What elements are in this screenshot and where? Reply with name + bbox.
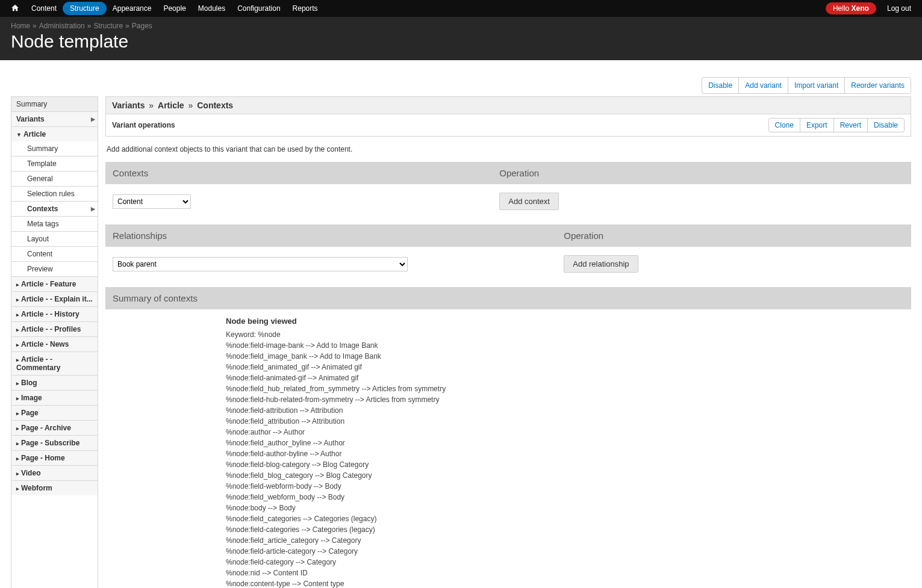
- breadcrumb-item[interactable]: Home: [11, 22, 30, 30]
- sidebar-item-webform[interactable]: ▸Webform: [11, 481, 98, 495]
- main-crumb-item: Article: [158, 101, 184, 110]
- sidebar-item-contexts[interactable]: Contexts▶: [11, 202, 98, 216]
- sidebar-item-preview[interactable]: Preview: [11, 262, 98, 276]
- caret-right-icon: ▸: [16, 312, 19, 318]
- breadcrumb-item[interactable]: Pages: [132, 22, 152, 30]
- sidebar-item-article-commentary[interactable]: ▸Article - - Commentary: [11, 352, 98, 375]
- toolbar-item-reports[interactable]: Reports: [287, 1, 324, 16]
- context-select[interactable]: Content: [113, 194, 191, 209]
- variant-op-revert[interactable]: Revert: [834, 119, 867, 132]
- caret-right-icon: ▸: [16, 471, 19, 477]
- summary-of-contexts-header: Summary of contexts: [105, 287, 911, 309]
- contexts-col-header: Contexts: [105, 162, 492, 184]
- sidebar-item-article-explain-it-[interactable]: ▸Article - - Explain it...: [11, 292, 98, 306]
- toolbar-item-modules[interactable]: Modules: [192, 1, 231, 16]
- relationships-op-header: Operation: [556, 224, 911, 247]
- sidebar-item-page-home[interactable]: ▸Page - Home: [11, 451, 98, 465]
- caret-right-icon: ▸: [16, 380, 19, 386]
- context-keyword-line: %node:content-type --> Content type: [226, 578, 904, 588]
- variant-op-clone[interactable]: Clone: [769, 119, 800, 132]
- page-action-add-variant[interactable]: Add variant: [739, 78, 788, 93]
- main-crumb-item: Contexts: [197, 101, 233, 110]
- context-keyword-line: %node:field-blog-category --> Blog Categ…: [226, 459, 904, 470]
- toolbar-item-configuration[interactable]: Configuration: [231, 1, 286, 16]
- context-keyword-line: %node:field-webform-body --> Body: [226, 481, 904, 492]
- toolbar-item-content[interactable]: Content: [25, 1, 63, 16]
- sidebar-item-selection-rules[interactable]: Selection rules: [11, 187, 98, 201]
- context-keyword-line: %node:field-author-byline --> Author: [226, 448, 904, 459]
- sidebar-item-article-profiles[interactable]: ▸Article - - Profiles: [11, 322, 98, 336]
- sidebar-item-image[interactable]: ▸Image: [11, 391, 98, 405]
- page-actions: DisableAdd variantImport variantReorder …: [0, 60, 922, 96]
- caret-right-icon: ▸: [16, 297, 19, 303]
- main-breadcrumb: Variants » Article » Contexts: [105, 96, 911, 114]
- context-keyword-line: %node:field_animated_gif --> Animated gi…: [226, 362, 904, 373]
- toolbar-item-people[interactable]: People: [157, 1, 192, 16]
- sidebar-item-article-news[interactable]: ▸Article - News: [11, 337, 98, 351]
- caret-right-icon: ▸: [16, 441, 19, 447]
- caret-right-icon: ▸: [16, 426, 19, 432]
- page-action-reorder-variants[interactable]: Reorder variants: [845, 78, 911, 93]
- add-relationship-button[interactable]: Add relationship: [564, 255, 638, 273]
- variant-op-export[interactable]: Export: [800, 119, 833, 132]
- caret-down-icon: ▼: [16, 132, 22, 138]
- caret-right-icon: ▸: [16, 486, 19, 492]
- breadcrumb-item[interactable]: Structure: [93, 22, 123, 30]
- sidebar: Summary Variants ▶ ▼Article SummaryTempl…: [11, 96, 98, 588]
- page-action-import-variant[interactable]: Import variant: [788, 78, 844, 93]
- chevron-right-icon: ▶: [91, 116, 95, 122]
- context-keyword-line: %node:field_author_byline --> Author: [226, 438, 904, 448]
- sidebar-item-content[interactable]: Content: [11, 247, 98, 261]
- sidebar-item-article-history[interactable]: ▸Article - - History: [11, 307, 98, 321]
- breadcrumb-item[interactable]: Administration: [39, 22, 85, 30]
- add-context-button[interactable]: Add context: [499, 193, 559, 210]
- relationship-select[interactable]: Book parent: [113, 257, 408, 271]
- context-keyword-line: %node:field_image_bank --> Add to Image …: [226, 351, 904, 362]
- hello-name: Xeno: [852, 4, 869, 13]
- page-header: Home»Administration»Structure»Pages Node…: [0, 17, 922, 60]
- context-keyword-line: %node:field-hub-related-from-symmetry --…: [226, 394, 904, 405]
- toolbar-item-appearance[interactable]: Appearance: [107, 1, 158, 16]
- sidebar-item-article-feature[interactable]: ▸Article - Feature: [11, 277, 98, 291]
- breadcrumb: Home»Administration»Structure»Pages: [11, 22, 911, 30]
- caret-right-icon: ▸: [16, 342, 19, 348]
- sidebar-item-summary[interactable]: Summary: [11, 141, 98, 156]
- sidebar-item-layout[interactable]: Layout: [11, 232, 98, 246]
- summary-of-contexts-body: Node being viewed Keyword: %node%node:fi…: [105, 309, 911, 588]
- sidebar-item-summary[interactable]: Summary: [11, 97, 98, 111]
- caret-right-icon: ▸: [16, 456, 19, 462]
- context-keyword-line: %node:field-article-category --> Categor…: [226, 546, 904, 557]
- main-content: Variants » Article » Contexts Variant op…: [105, 96, 911, 588]
- sidebar-item-blog[interactable]: ▸Blog: [11, 376, 98, 390]
- context-keyword-line: %node:field_blog_category --> Blog Categ…: [226, 470, 904, 481]
- contexts-table: Contexts Operation Content Add context: [105, 162, 911, 218]
- caret-right-icon: ▸: [16, 395, 19, 401]
- sidebar-item-page-archive[interactable]: ▸Page - Archive: [11, 421, 98, 435]
- sidebar-item-meta-tags[interactable]: Meta tags: [11, 217, 98, 231]
- sidebar-item-template[interactable]: Template: [11, 156, 98, 171]
- sidebar-item-variants[interactable]: Variants ▶: [11, 112, 98, 126]
- context-keyword-line: %node:field-animated-gif --> Animated gi…: [226, 373, 904, 383]
- main-crumb-item: Variants: [112, 101, 145, 110]
- sidebar-item-article[interactable]: ▼Article: [11, 127, 98, 141]
- summary-node-title: Node being viewed: [226, 317, 904, 326]
- context-keyword-line: %node:field-categories --> Categories (l…: [226, 524, 904, 535]
- context-keyword-line: %node:field_attribution --> Attribution: [226, 416, 904, 427]
- variant-op-disable[interactable]: Disable: [868, 119, 904, 132]
- sidebar-item-video[interactable]: ▸Video: [11, 466, 98, 480]
- logout-link[interactable]: Log out: [881, 1, 917, 16]
- hello-user-badge[interactable]: Hello Xeno: [826, 2, 876, 14]
- sidebar-item-page-subscribe[interactable]: ▸Page - Subscribe: [11, 436, 98, 450]
- sidebar-item-page[interactable]: ▸Page: [11, 406, 98, 420]
- relationships-col-header: Relationships: [105, 224, 556, 247]
- context-keyword-line: %node:field_categories --> Categories (l…: [226, 513, 904, 524]
- home-icon[interactable]: [5, 0, 25, 17]
- context-keyword-line: %node:body --> Body: [226, 503, 904, 513]
- sidebar-item-general[interactable]: General: [11, 172, 98, 186]
- context-keyword-line: %node:nid --> Content ID: [226, 568, 904, 578]
- variant-operations-bar: Variant operations CloneExportRevertDisa…: [105, 114, 911, 137]
- page-action-disable[interactable]: Disable: [702, 78, 738, 93]
- context-keyword-line: %node:field-attribution --> Attribution: [226, 405, 904, 416]
- toolbar-item-structure[interactable]: Structure: [63, 2, 107, 15]
- context-keyword-line: %node:field_hub_related_from_symmetry --…: [226, 383, 904, 394]
